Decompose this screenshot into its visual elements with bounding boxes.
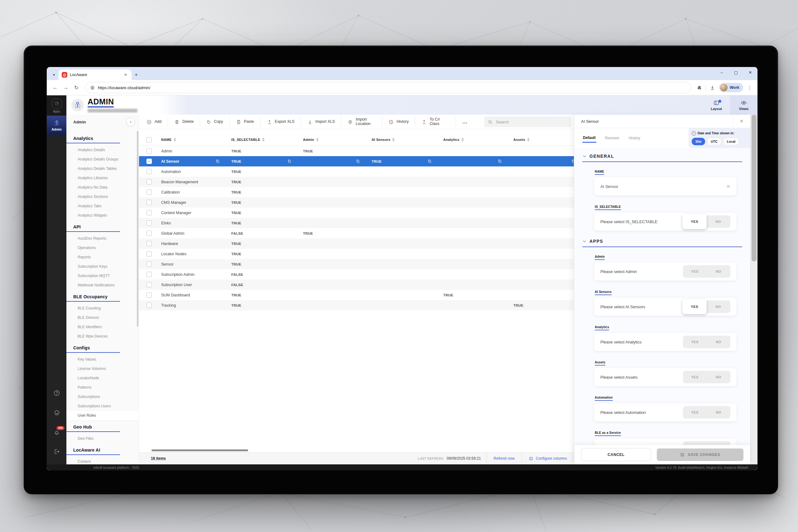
table-row-hardware[interactable]: HardwareTRUE [139, 239, 574, 249]
row-checkbox[interactable] [147, 179, 152, 185]
sidebar-item-analytics-details-tables[interactable]: Analytics Details Tables [66, 164, 139, 173]
no-option[interactable]: NO [707, 371, 730, 383]
table-row-einks[interactable]: EInksTRUE [139, 218, 574, 228]
table-row-admin[interactable]: AdminTRUETRUE [139, 146, 574, 156]
row-checkbox[interactable] [147, 220, 152, 226]
sort-icon[interactable] [461, 138, 464, 141]
row-checkbox[interactable] [147, 148, 152, 154]
datetime-option-local[interactable]: Local [723, 138, 739, 145]
yes-option[interactable]: YES [683, 336, 707, 348]
datetime-option-site[interactable]: Site [692, 138, 705, 145]
table-row-content-manager[interactable]: Content ManagerTRUE [139, 208, 574, 218]
apps-section-header[interactable]: APPS [582, 239, 742, 247]
reload-button[interactable]: ↻ [71, 82, 82, 93]
sidebar-item-user-roles[interactable]: User Roles [66, 411, 139, 420]
sidebar-item-subscription-keys[interactable]: Subscription Keys [66, 262, 139, 271]
row-checkbox[interactable] [147, 251, 152, 256]
table-row-subscription-user[interactable]: Subscription UserFALSE [139, 280, 574, 290]
table-row-sensor[interactable]: SensorTRUE [139, 259, 574, 269]
sidebar-item-webhook-notifications[interactable]: Webhook Notifications [66, 281, 139, 290]
views-button[interactable]: Views [730, 95, 758, 115]
column-header-assets[interactable]: Assets [512, 138, 574, 141]
sidebar-item-subscription-mqtt[interactable]: Subscription MQTT [66, 271, 139, 281]
profile-chip[interactable]: Work [719, 83, 743, 92]
table-row-locator-nodes[interactable]: Locator NodesTRUE [139, 249, 574, 259]
row-checkbox[interactable]: ✓ [147, 159, 152, 164]
forward-button[interactable]: → [60, 82, 71, 93]
sidebar-item-ble-identifiers[interactable]: BLE Identifiers [66, 322, 139, 331]
sidebar-item-subscriptions[interactable]: Subscriptions [66, 392, 139, 401]
help-icon[interactable] [53, 390, 60, 396]
rail-apps-button[interactable]: Apps [47, 95, 66, 116]
sidebar-item-ble-wpe-devices[interactable]: BLE Wpe Devices [66, 331, 139, 341]
yesno-toggle[interactable]: YESNO [683, 371, 730, 383]
yesno-toggle[interactable]: YESNO [683, 406, 730, 419]
support-cloud-icon[interactable] [53, 409, 60, 416]
sidebar-item-analytics-no-data[interactable]: Analytics No Data [66, 183, 139, 192]
sidebar-section-locaware-ai[interactable]: LocAware AI [66, 443, 120, 455]
header-checkbox[interactable] [147, 137, 152, 142]
table-row-automation[interactable]: AutomationTRUE [139, 167, 574, 177]
column-header-is-selectable[interactable]: IS_SELECTABLE [229, 138, 301, 141]
toolbar-button-to-c-class[interactable]: To C# Class [415, 117, 456, 127]
url-bar[interactable]: https://locaware.cloud/admin/ [86, 82, 691, 93]
no-option[interactable]: NO [707, 265, 730, 278]
toolbar-button-add[interactable]: Add [140, 117, 168, 127]
notifications-bell-icon[interactable]: 200 [53, 429, 60, 436]
tab-close-icon[interactable]: ✕ [123, 72, 129, 78]
save-changes-button[interactable]: SAVE CHANGES [657, 449, 743, 461]
sidebar-item-analytics-sections[interactable]: Analytics Sections [66, 192, 139, 201]
yes-option[interactable]: YES [683, 441, 707, 445]
sidebar-item-key-values[interactable]: Key Values [66, 355, 139, 364]
table-row-ai-sensor[interactable]: ✓AI SensorTRUETRUE [139, 156, 574, 167]
sidebar-item-analytics-details[interactable]: Analytics Details [66, 145, 139, 155]
datetime-option-utc[interactable]: UTC [707, 138, 721, 145]
refresh-now-button[interactable]: Refresh now [487, 453, 521, 464]
sort-icon[interactable] [262, 138, 265, 141]
column-header-ai-sensors[interactable]: AI Sensors [370, 138, 441, 141]
sidebar-item-subscriptions-users[interactable]: Subscriptions Users [66, 401, 139, 411]
row-checkbox[interactable] [147, 189, 152, 195]
table-row-beacon-management[interactable]: Beacon ManagementTRUE [139, 177, 574, 187]
sidebar-item-ble-devices[interactable]: BLE Devices [66, 313, 139, 322]
sidebar-collapse-button[interactable]: ‹ [126, 117, 135, 126]
table-row-subscription-admin[interactable]: Subscription AdminFALSE [139, 269, 574, 280]
sort-icon[interactable] [392, 138, 395, 141]
tab-revision[interactable]: Revision [604, 134, 620, 142]
no-option[interactable]: NO [706, 215, 730, 228]
sidebar-item-locatornode[interactable]: LocatorNode [66, 373, 139, 383]
sidebar-section-analytics[interactable]: Analytics [66, 132, 120, 144]
tab-search-button[interactable]: ▾ [49, 70, 59, 80]
row-checkbox[interactable] [147, 241, 152, 246]
column-header-admin[interactable]: Admin [301, 138, 370, 141]
row-checkbox[interactable] [147, 272, 152, 277]
toolbar-button-copy[interactable]: Copy [200, 117, 229, 127]
browser-tab[interactable]: @ LocAware ✕ [59, 70, 132, 80]
sidebar-item-analytics-details-groups[interactable]: Analytics Details Groups [66, 155, 139, 164]
sidebar-item-analytics-tabs[interactable]: Analytics Tabs [66, 201, 139, 211]
toolbar-button-paste[interactable]: Paste [230, 117, 261, 127]
toolbar-button-history[interactable]: History [382, 117, 415, 127]
sidebar-item-ble-counting[interactable]: BLE Counting [66, 304, 139, 313]
download-icon[interactable] [708, 83, 717, 92]
table-row-global-admin[interactable]: Global AdminFALSETRUE [139, 228, 574, 239]
row-checkbox[interactable] [147, 303, 152, 308]
sidebar-section-geo-hub[interactable]: Geo Hub [66, 420, 120, 432]
logout-icon[interactable] [53, 448, 60, 455]
yesno-toggle[interactable]: YESNO [683, 265, 730, 278]
yes-option[interactable]: YES [682, 214, 707, 229]
yesno-toggle[interactable]: YESNO [683, 441, 730, 445]
sidebar-section-api[interactable]: API [66, 220, 120, 232]
sort-icon[interactable] [316, 138, 319, 141]
rail-admin-button[interactable]: Admin [47, 116, 66, 135]
row-checkbox[interactable] [147, 262, 152, 267]
row-checkbox[interactable] [147, 210, 152, 215]
row-checkbox[interactable] [147, 200, 152, 205]
extensions-icon[interactable] [695, 83, 704, 92]
yesno-toggle[interactable]: YESNO [683, 301, 730, 313]
toolbar-more-button[interactable]: ... [456, 117, 474, 127]
sidebar-item-analytics-libraries[interactable]: Analytics Libraries [66, 173, 139, 183]
yesno-toggle[interactable]: YESNO [683, 215, 730, 228]
sort-icon[interactable] [527, 138, 530, 141]
row-checkbox[interactable] [147, 292, 152, 298]
